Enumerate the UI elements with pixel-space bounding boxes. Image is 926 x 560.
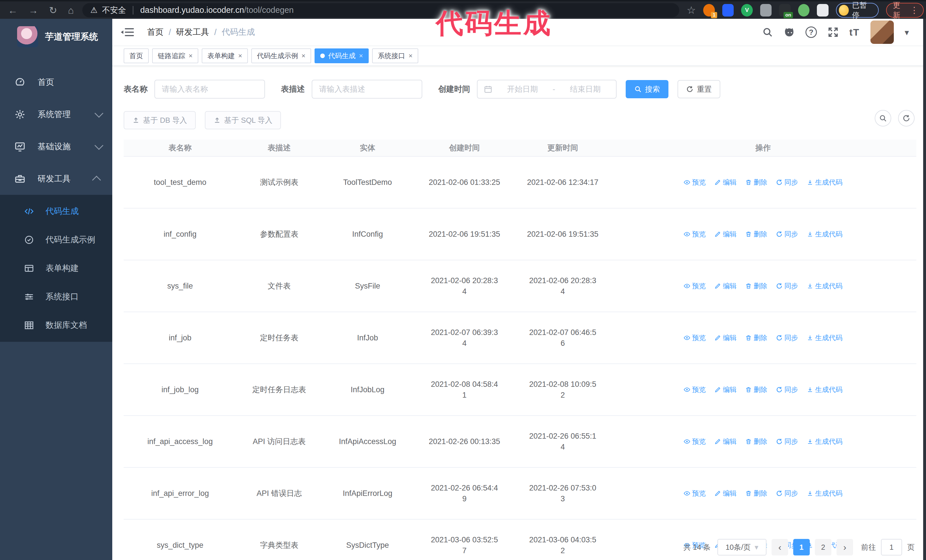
table-name-input[interactable] [154, 80, 265, 98]
table-desc-input[interactable] [312, 80, 422, 98]
delete-link[interactable]: 删除 [745, 436, 767, 447]
generate-code-link[interactable]: 生成代码 [806, 177, 843, 188]
tag-item[interactable]: 链路追踪 [152, 48, 198, 63]
edit-link[interactable]: 编辑 [714, 229, 737, 240]
sync-link[interactable]: 同步 [776, 436, 798, 447]
sidebar-collapse-icon[interactable] [123, 28, 134, 37]
sidebar-item[interactable]: 基础设施 [0, 130, 112, 163]
tag-item[interactable]: 系统接口 [372, 48, 418, 63]
delete-link[interactable]: 删除 [745, 177, 767, 188]
generate-code-link[interactable]: 生成代码 [806, 436, 843, 447]
breadcrumb-item[interactable]: 研发工具 [176, 27, 209, 38]
sidebar-item[interactable]: 系统管理 [0, 98, 112, 130]
toggle-search-button[interactable] [875, 110, 891, 127]
extension-icon[interactable]: 1 [703, 4, 715, 17]
page-number-button[interactable]: 1 [793, 539, 810, 555]
extension-icon[interactable] [817, 4, 829, 17]
end-date-placeholder[interactable]: 结束日期 [561, 84, 610, 94]
extension-icon[interactable]: V [741, 4, 753, 17]
page-size-select[interactable]: 10条/页 [717, 539, 766, 555]
delete-link[interactable]: 删除 [745, 332, 767, 343]
app-logo-row[interactable]: 芋道管理系统 [0, 19, 112, 55]
extension-icon[interactable] [798, 4, 810, 17]
fullscreen-icon[interactable] [828, 27, 838, 38]
close-icon[interactable] [301, 52, 306, 60]
preview-link[interactable]: 预览 [684, 281, 706, 291]
browser-update-button[interactable]: 更新 [886, 3, 924, 18]
preview-link[interactable]: 预览 [684, 229, 706, 240]
sync-link[interactable]: 同步 [776, 332, 798, 343]
help-icon[interactable] [805, 27, 817, 38]
browser-forward-icon[interactable] [29, 5, 38, 15]
edit-link[interactable]: 编辑 [714, 177, 737, 188]
close-icon[interactable] [409, 52, 413, 60]
edit-link[interactable]: 编辑 [714, 488, 737, 499]
extension-icon[interactable] [722, 4, 734, 17]
font-size-icon[interactable] [849, 27, 859, 38]
tag-item[interactable]: 首页 [124, 48, 149, 63]
edit-link[interactable]: 编辑 [714, 281, 737, 291]
breadcrumb-item[interactable]: 代码生成 [222, 27, 255, 38]
extension-icon[interactable] [760, 4, 772, 17]
sidebar-subitem[interactable]: 代码生成示例 [0, 226, 112, 254]
next-page-button[interactable] [837, 539, 853, 555]
address-bar[interactable]: 不安全 dashboard.yudao.iocoder.cn/tool/code… [82, 3, 679, 17]
generate-code-link[interactable]: 生成代码 [806, 332, 843, 343]
edit-link[interactable]: 编辑 [714, 384, 737, 395]
page-number-button[interactable]: 2 [815, 539, 831, 555]
paused-extension-pill[interactable]: 已暂停 [836, 3, 879, 18]
generate-code-link[interactable]: 生成代码 [806, 488, 843, 499]
edit-link[interactable]: 编辑 [714, 436, 737, 447]
sidebar-subitem[interactable]: 表单构建 [0, 254, 112, 282]
sync-link[interactable]: 同步 [776, 177, 798, 188]
generate-code-link[interactable]: 生成代码 [806, 384, 843, 395]
tag-item[interactable]: 代码生成示例 [251, 48, 311, 63]
close-icon[interactable] [238, 52, 242, 60]
search-icon[interactable] [762, 27, 773, 38]
preview-link[interactable]: 预览 [684, 384, 706, 395]
avatar[interactable] [870, 21, 894, 44]
bookmark-star-icon[interactable] [687, 5, 696, 15]
date-range-picker[interactable]: 开始日期 - 结束日期 [477, 80, 617, 98]
reset-button[interactable]: 重置 [678, 80, 720, 98]
sync-link[interactable]: 同步 [776, 384, 798, 395]
tag-item[interactable]: 表单构建 [202, 48, 248, 63]
edit-link[interactable]: 编辑 [714, 332, 737, 343]
kebab-menu-icon[interactable] [910, 5, 918, 15]
breadcrumb-item[interactable]: 首页 [147, 27, 163, 38]
tag-item[interactable]: 代码生成 [315, 48, 369, 63]
sync-link[interactable]: 同步 [776, 488, 798, 499]
sync-link[interactable]: 同步 [776, 229, 798, 240]
preview-link[interactable]: 预览 [684, 488, 706, 499]
delete-link[interactable]: 删除 [745, 488, 767, 499]
start-date-placeholder[interactable]: 开始日期 [498, 84, 547, 94]
preview-link[interactable]: 预览 [684, 177, 706, 188]
close-icon[interactable] [189, 52, 193, 60]
page-scrollbar[interactable] [923, 19, 926, 560]
delete-link[interactable]: 删除 [745, 384, 767, 395]
goto-page-input[interactable] [881, 539, 902, 555]
import-sql-button[interactable]: 基于 SQL 导入 [205, 111, 281, 129]
github-icon[interactable] [784, 27, 794, 38]
prev-page-button[interactable] [772, 539, 788, 555]
generate-code-link[interactable]: 生成代码 [806, 281, 843, 291]
import-db-button[interactable]: 基于 DB 导入 [124, 111, 196, 129]
preview-link[interactable]: 预览 [684, 436, 706, 447]
delete-link[interactable]: 删除 [745, 281, 767, 291]
sync-link[interactable]: 同步 [776, 281, 798, 291]
sidebar-item[interactable]: 首页 [0, 66, 112, 98]
sidebar-subitem[interactable]: 代码生成 [0, 197, 112, 226]
refresh-table-button[interactable] [898, 110, 915, 127]
browser-reload-icon[interactable] [49, 5, 57, 15]
close-icon[interactable] [359, 52, 363, 60]
generate-code-link[interactable]: 生成代码 [806, 229, 843, 240]
browser-home-icon[interactable] [68, 5, 74, 15]
delete-link[interactable]: 删除 [745, 229, 767, 240]
chevron-down-icon[interactable] [905, 27, 909, 37]
extension-icon[interactable]: on [779, 4, 791, 17]
browser-back-icon[interactable] [8, 5, 18, 15]
search-button[interactable]: 搜索 [626, 80, 669, 98]
preview-link[interactable]: 预览 [684, 332, 706, 343]
sidebar-subitem[interactable]: 数据库文档 [0, 311, 112, 340]
sidebar-item[interactable]: 研发工具 [0, 163, 112, 195]
